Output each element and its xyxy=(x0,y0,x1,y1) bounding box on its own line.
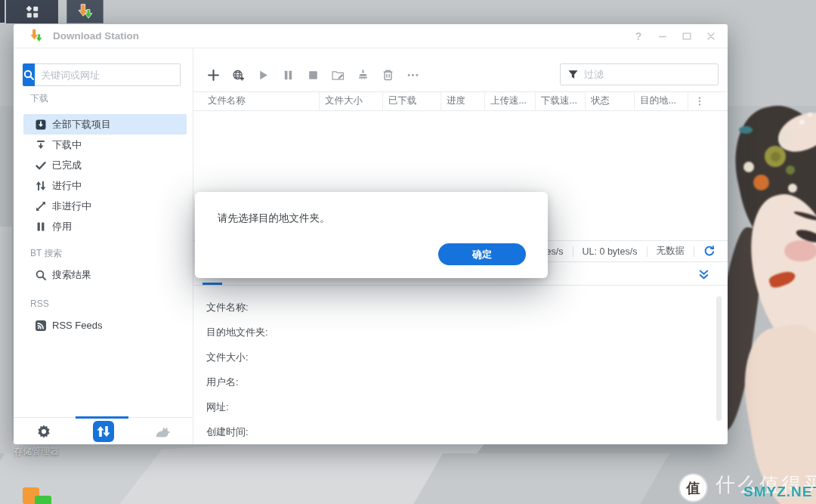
figure-blossom xyxy=(743,162,754,172)
move-destination-button[interactable] xyxy=(328,65,348,85)
close-icon xyxy=(706,31,716,42)
status-separator xyxy=(573,246,573,257)
maximize-icon xyxy=(682,31,692,42)
settings-gear-icon xyxy=(36,424,51,439)
sidebar-item-label: 搜索结果 xyxy=(52,268,91,282)
refresh-button[interactable] xyxy=(703,245,717,258)
filter-box xyxy=(560,63,719,85)
play-icon xyxy=(257,69,270,82)
add-task-button[interactable] xyxy=(203,65,223,85)
window-titlebar[interactable]: Download Station ? xyxy=(14,24,728,48)
details-pane: 文件名称:目的地文件夹:文件大小:用户名:网址:创建时间: xyxy=(193,286,728,444)
column-menu-icon xyxy=(694,96,705,107)
close-button[interactable] xyxy=(703,29,719,44)
column-header[interactable]: 目的地... xyxy=(635,91,688,111)
sidebar-section: BT 搜索搜索结果 xyxy=(14,247,193,285)
delete-button[interactable] xyxy=(378,65,397,85)
stop-button[interactable] xyxy=(303,65,323,85)
search-input[interactable] xyxy=(35,63,181,86)
sidebar-item-inactive-tasks[interactable]: 非进行中 xyxy=(23,196,187,216)
sidebar-item-rss[interactable]: RSS Feeds xyxy=(23,315,187,335)
filter-input[interactable] xyxy=(584,65,718,84)
figure-blush xyxy=(784,240,816,261)
play-button[interactable] xyxy=(253,65,273,85)
taskbar-tile-download-station-icon[interactable] xyxy=(66,0,104,23)
sidebar-item-downloading[interactable]: 下载中 xyxy=(23,135,187,155)
wallpaper-shape xyxy=(403,453,669,504)
sidebar-item-label: 下载中 xyxy=(52,138,82,152)
more-actions-icon xyxy=(406,69,419,82)
figure-flower-olive-core xyxy=(771,152,780,162)
desktop: 存储管理器 Download Station ? 下载全部下载项目下载中已完成进… xyxy=(0,0,816,504)
refresh-icon xyxy=(703,245,716,257)
minimize-icon xyxy=(657,31,668,42)
watermark-site-url: SMYZ.NET xyxy=(743,484,816,500)
pause-button[interactable] xyxy=(278,65,298,85)
sidebar-item-label: 全部下载项目 xyxy=(52,118,111,131)
column-header[interactable]: 文件大小 xyxy=(320,91,383,111)
desktop-icon-partial-green[interactable] xyxy=(35,496,51,504)
collapse-details-button[interactable] xyxy=(697,268,711,282)
sidebar-item-label: 已完成 xyxy=(52,159,82,172)
sidebar: 下载全部下载项目下载中已完成进行中非进行中停用BT 搜索搜索结果RSSRSS F… xyxy=(14,48,193,444)
stop-icon xyxy=(307,69,320,82)
more-actions-button[interactable] xyxy=(403,65,422,85)
sidebar-item-completed[interactable]: 已完成 xyxy=(23,155,187,175)
figure-flower-orange xyxy=(753,175,769,190)
sidebar-item-label: 进行中 xyxy=(52,179,82,193)
inactive-tasks-icon xyxy=(35,200,47,212)
detail-field-label: 文件大小: xyxy=(206,348,728,373)
column-menu-button[interactable] xyxy=(688,91,711,111)
column-header[interactable]: 进度 xyxy=(441,91,485,111)
move-destination-icon xyxy=(332,69,345,82)
detail-field-label: 用户名: xyxy=(206,373,728,397)
window-title: Download Station xyxy=(53,30,139,42)
delete-icon xyxy=(382,69,394,82)
sidebar-item-search-results[interactable]: 搜索结果 xyxy=(23,264,187,285)
figure-blossom xyxy=(788,184,797,193)
wallpaper-shape xyxy=(0,227,12,453)
paused-icon xyxy=(35,221,47,233)
transfer-tasks-icon xyxy=(93,421,114,442)
column-header[interactable]: 上传速... xyxy=(485,91,536,111)
ok-button[interactable]: 确定 xyxy=(438,243,526,265)
sidebar-item-active-tasks[interactable]: 进行中 xyxy=(23,175,187,196)
column-header[interactable]: 已下载 xyxy=(383,91,441,111)
detail-field-label: 文件名称: xyxy=(206,298,728,323)
column-header[interactable]: 下载速... xyxy=(536,91,586,111)
search-icon xyxy=(23,69,35,81)
clear-completed-button[interactable] xyxy=(353,65,372,85)
active-tasks-icon xyxy=(35,180,47,192)
add-url-button[interactable] xyxy=(228,65,248,85)
desktop-icon-label-storage-manager[interactable]: 存储管理器 xyxy=(14,445,59,458)
taskbar-tile-main-menu-grid-icon[interactable] xyxy=(6,0,58,23)
sidebar-search xyxy=(23,63,179,86)
maximize-button[interactable] xyxy=(679,29,694,44)
transfer-tasks-button[interactable] xyxy=(92,421,115,442)
column-header[interactable]: 状态 xyxy=(586,91,635,111)
taskbar-tile-partial[interactable] xyxy=(0,0,5,23)
detail-field-label: 网址: xyxy=(206,397,728,422)
details-scrollbar[interactable] xyxy=(716,296,722,421)
all-downloads-icon xyxy=(35,119,47,131)
bt-search-dog-button[interactable] xyxy=(152,421,175,442)
upload-speed: UL: 0 bytes/s xyxy=(583,246,638,257)
clear-completed-icon xyxy=(357,69,369,82)
bt-search-dog-icon xyxy=(153,424,173,439)
sidebar-footer xyxy=(14,417,193,444)
search-button[interactable] xyxy=(23,63,35,86)
figure-pearl xyxy=(799,119,805,125)
table-header: 文件名称文件大小已下载进度上传速...下载速...状态目的地... xyxy=(193,91,728,111)
sidebar-item-paused[interactable]: 停用 xyxy=(23,216,187,237)
help-button[interactable]: ? xyxy=(631,29,646,44)
settings-gear-button[interactable] xyxy=(32,421,55,442)
minimize-button[interactable] xyxy=(655,29,670,44)
detail-field-label: 创建时间: xyxy=(206,422,728,447)
download-station-icon xyxy=(76,3,94,20)
status-separator xyxy=(647,246,648,257)
sidebar-section-label: RSS xyxy=(30,298,193,310)
sidebar-item-label: RSS Feeds xyxy=(52,320,102,331)
sidebar-section: 下载全部下载项目下载中已完成进行中非进行中停用 xyxy=(14,92,193,237)
column-header[interactable]: 文件名称 xyxy=(193,91,320,111)
sidebar-item-all-downloads[interactable]: 全部下载项目 xyxy=(23,114,187,135)
